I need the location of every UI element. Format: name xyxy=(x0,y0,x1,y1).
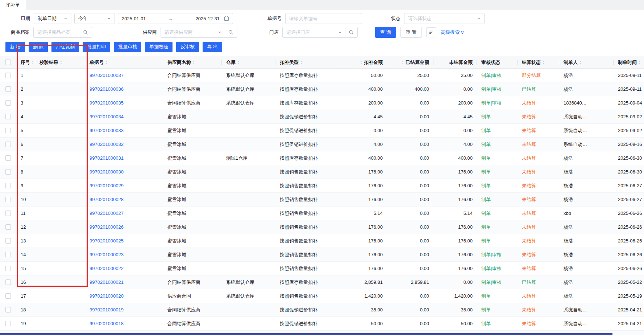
column-header-doc_no[interactable]: 单据号▲▼ xyxy=(85,56,163,68)
cell-doc_no[interactable]: 9970201000032 xyxy=(85,138,163,151)
product-select[interactable]: 请选择商品档案 xyxy=(33,27,92,38)
row-checkbox[interactable] xyxy=(5,307,11,312)
row-checkbox[interactable] xyxy=(5,73,11,78)
sort-icon[interactable]: ▲▼ xyxy=(402,60,404,65)
row-checkbox[interactable] xyxy=(5,128,11,133)
row-checkbox[interactable] xyxy=(5,183,11,188)
cell-doc_no[interactable]: 9970201000029 xyxy=(85,179,163,192)
select-all-checkbox[interactable] xyxy=(5,60,11,65)
row-checkbox[interactable] xyxy=(5,293,11,299)
cell-check_result xyxy=(35,151,85,165)
advanced-search-link[interactable]: 高级搜索 xyxy=(441,29,464,36)
action-button-batch-audit[interactable]: 批量审核 xyxy=(114,42,141,52)
action-button-doc-verify[interactable]: 单据校验 xyxy=(145,42,173,52)
cell-seq: 9 xyxy=(16,179,35,192)
sort-icon[interactable]: ▲▼ xyxy=(237,60,240,65)
action-button-delete[interactable]: 删 除 xyxy=(29,42,48,52)
reset-button[interactable]: 重 置 xyxy=(400,27,422,38)
cell-doc_no[interactable]: 9970201000026 xyxy=(85,220,163,234)
column-header-type[interactable]: 扣补类型▲▼ xyxy=(275,56,344,68)
row-checkbox[interactable] xyxy=(5,266,11,271)
status-select[interactable]: 请选择状态 xyxy=(404,13,485,24)
row-checkbox[interactable] xyxy=(5,224,11,230)
date-range-picker[interactable]: 2025-01-01 → 2025-12-31 xyxy=(118,13,233,24)
column-header-warehouse[interactable]: 仓库▲▼ xyxy=(222,56,275,68)
column-header-creator[interactable]: 制单人▲▼ xyxy=(559,56,614,68)
sort-icon[interactable]: ▲▼ xyxy=(192,60,195,65)
cell-doc_no[interactable]: 9970201000023 xyxy=(85,248,163,261)
date-preset-select[interactable]: 今年 xyxy=(74,13,115,24)
cell-doc_no[interactable]: 9970201000030 xyxy=(85,165,163,179)
row-checkbox[interactable] xyxy=(5,321,11,326)
cell-amount: 400.00 xyxy=(344,82,387,96)
cell-doc_no[interactable]: 9970201000027 xyxy=(85,207,163,220)
column-header-supplier[interactable]: 供应商名称▲▼ xyxy=(163,56,222,68)
cell-doc_no[interactable]: 9970201000031 xyxy=(85,151,163,165)
row-select-cell xyxy=(0,151,16,165)
sort-icon[interactable]: ▲▼ xyxy=(579,60,582,65)
action-button-add[interactable]: 新 增 xyxy=(5,42,25,52)
row-checkbox[interactable] xyxy=(5,169,11,175)
cell-doc_no[interactable]: 9970201000021 xyxy=(85,275,163,289)
cell-doc_no[interactable]: 9970201000020 xyxy=(85,289,163,303)
cell-type: 按照销售数量扣补 xyxy=(275,207,344,220)
sort-icon[interactable]: ▲▼ xyxy=(542,60,545,65)
row-select-cell xyxy=(0,220,16,234)
action-button-export[interactable]: 导 出 xyxy=(203,42,222,52)
row-checkbox[interactable] xyxy=(5,211,11,216)
store-select[interactable]: 请选择门店 xyxy=(282,27,358,38)
sort-icon[interactable]: ▲▼ xyxy=(360,60,362,65)
cell-seq: 1 xyxy=(16,69,35,82)
action-button-batch-print[interactable]: 批量打印 xyxy=(83,42,110,52)
row-checkbox[interactable] xyxy=(5,238,11,244)
action-button-red-copy[interactable]: 冲红复制 xyxy=(51,42,79,52)
cell-settled: 0.00 xyxy=(387,151,433,165)
column-header-created_time[interactable]: 制单时间▲▼ xyxy=(614,56,644,68)
cell-unsettled: 4.45 xyxy=(433,110,477,123)
column-header-settle_status[interactable]: 结算状态▲▼ xyxy=(518,56,559,68)
row-checkbox[interactable] xyxy=(5,155,11,161)
cell-doc_no[interactable]: 9970201000025 xyxy=(85,234,163,248)
cell-doc_no[interactable]: 9970201000036 xyxy=(85,82,163,96)
sort-icon[interactable]: ▲▼ xyxy=(60,60,62,65)
sort-icon[interactable]: ▲▼ xyxy=(638,60,641,65)
doc-no-input[interactable] xyxy=(289,16,358,21)
sort-icon[interactable]: ▲▼ xyxy=(32,60,34,65)
cell-doc_no[interactable]: 9970201000033 xyxy=(85,124,163,137)
tab-deduction-order[interactable]: 扣补单 xyxy=(0,0,26,10)
search-icon[interactable] xyxy=(225,27,233,37)
search-icon[interactable] xyxy=(345,27,354,37)
cell-unsettled: 176.00 xyxy=(433,248,477,261)
date-type-select[interactable]: 制单日期 xyxy=(34,13,71,24)
column-header-settled[interactable]: ▲▼已结算金额 xyxy=(387,56,433,68)
cell-doc_no[interactable]: 9970201000019 xyxy=(85,303,163,316)
row-checkbox[interactable] xyxy=(5,114,11,119)
cell-doc_no[interactable]: 9970201000037 xyxy=(85,69,163,82)
row-checkbox[interactable] xyxy=(5,142,11,147)
cell-doc_no[interactable]: 9970201000018 xyxy=(85,317,163,330)
cell-creator: 杨浩 xyxy=(559,165,614,179)
action-button-reverse-audit[interactable]: 反审核 xyxy=(176,42,199,52)
column-header-check_result[interactable]: 校验结果▲▼ xyxy=(35,56,85,68)
sort-icon[interactable]: ▲▼ xyxy=(105,60,108,65)
cell-doc_no[interactable]: 9970201000022 xyxy=(85,262,163,275)
horizontal-scrollbar[interactable] xyxy=(0,333,612,335)
row-checkbox[interactable] xyxy=(5,279,11,285)
column-header-seq[interactable]: 序号▲▼ xyxy=(16,56,35,68)
row-checkbox[interactable] xyxy=(5,100,11,106)
cell-doc_no[interactable]: 9970201000035 xyxy=(85,96,163,110)
sort-icon[interactable]: ▲▼ xyxy=(300,60,303,65)
filter-settings-button[interactable] xyxy=(426,27,436,37)
search-icon[interactable] xyxy=(83,30,88,35)
cell-type: 按照促销进价扣补 xyxy=(275,303,344,316)
row-checkbox[interactable] xyxy=(5,197,11,202)
column-header-amount[interactable]: ▲▼扣补金额 xyxy=(344,56,387,68)
row-checkbox[interactable] xyxy=(5,252,11,257)
row-checkbox[interactable] xyxy=(5,86,11,92)
cell-settled: 400.00 xyxy=(387,82,433,96)
search-button[interactable]: 查 询 xyxy=(375,27,396,38)
supplier-select[interactable]: 请选择供应商 xyxy=(161,27,237,38)
cell-doc_no[interactable]: 9970201000034 xyxy=(85,110,163,123)
cell-doc_no[interactable]: 9970201000028 xyxy=(85,193,163,206)
cell-creator: 杨浩 xyxy=(559,275,614,289)
